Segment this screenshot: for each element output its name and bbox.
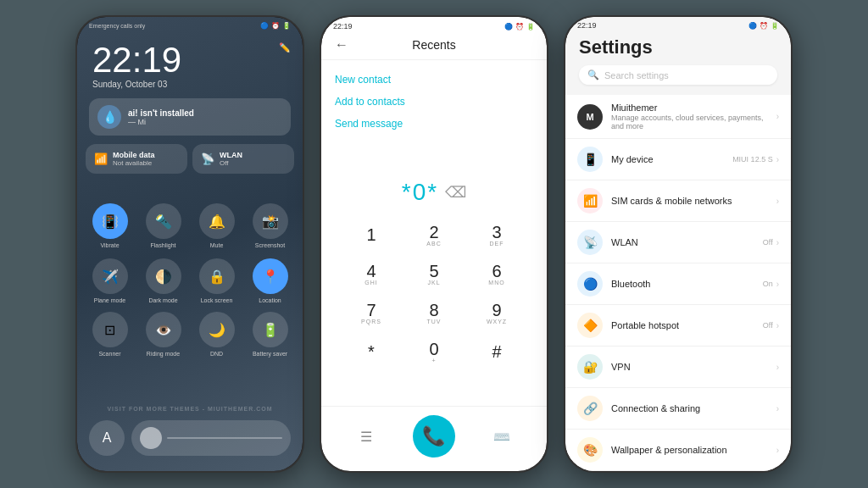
vpn-icon: 🔐 (577, 354, 603, 380)
key-2[interactable]: 2 ABC (403, 216, 465, 253)
brightness-handle (140, 427, 162, 449)
battery-icon: 🔋 (282, 22, 291, 30)
settings-item-bluetooth[interactable]: 🔵 Bluetooth On › (565, 263, 791, 305)
alarm-icon: ⏰ (271, 22, 280, 30)
wallpaper-chevron: › (776, 446, 779, 455)
settings-item-wallpaper[interactable]: 🎨 Wallpaper & personalization › (565, 430, 791, 471)
dialer-title: Recents (412, 38, 455, 52)
key-8[interactable]: 8 TUV (403, 294, 465, 331)
dialer-status-bar: 22:19 🔵 ⏰ 🔋 (321, 17, 547, 30)
dialer-battery: 🔋 (526, 23, 535, 30)
mute-btn[interactable]: 🔔 Mute (192, 203, 241, 248)
riding-btn[interactable]: 👁️ Riding mode (139, 312, 187, 357)
dialer-time: 22:19 (333, 22, 353, 30)
sim-icon: 📶 (577, 188, 603, 214)
lockscreen-date: Sunday, October 03 (92, 80, 167, 89)
key-star[interactable]: * (341, 333, 402, 370)
mobile-data-tile[interactable]: 📶 Mobile data Not available (86, 144, 187, 174)
mobile-data-icon: 📶 (94, 152, 108, 165)
key-1[interactable]: 1 (341, 216, 402, 253)
key-3[interactable]: 3 DEF (466, 216, 527, 253)
settings-item-wlan[interactable]: 📡 WLAN Off › (565, 222, 791, 263)
connection-chevron: › (776, 404, 779, 413)
wlan-right: Off › (763, 238, 779, 247)
settings-item-miuithemer[interactable]: M Miuithemer Manage accounts, cloud serv… (565, 95, 791, 139)
keypad: 1 2 ABC 3 DEF 4 GHI (341, 216, 527, 370)
settings-item-sim[interactable]: 📶 SIM cards & mobile networks › (565, 180, 791, 222)
settings-item-connection[interactable]: 🔗 Connection & sharing › (565, 388, 791, 430)
quick-actions-row3: ⊡ Scanner 👁️ Riding mode 🌙 DND 🔋 Battery… (86, 312, 294, 357)
quick-actions-row1: 📳 Vibrate 🔦 Flashlight 🔔 Mute 📸 Screensh… (86, 203, 294, 248)
phone-lockscreen: Emergency calls only 🔵 ⏰ 🔋 22:19 Sunday,… (75, 15, 304, 473)
mydevice-icon: 📱 (577, 147, 603, 172)
dnd-btn[interactable]: 🌙 DND (192, 312, 241, 357)
lockscreen-top-icons: ✏️ (279, 42, 291, 53)
dialer-status-icons: 🔵 ⏰ 🔋 (504, 22, 535, 30)
miuithemer-chevron: › (776, 112, 779, 121)
wlan-tile[interactable]: 📡 WLAN Off (192, 144, 294, 174)
screenshot-btn[interactable]: 📸 Screenshot (246, 203, 294, 248)
assistant-btn[interactable]: A (89, 420, 125, 456)
search-icon: 🔍 (587, 69, 599, 80)
call-button[interactable]: 📞 (413, 415, 455, 458)
dialer-header: ← Recents (321, 30, 547, 60)
vibrate-btn[interactable]: 📳 Vibrate (86, 203, 134, 248)
lockscreen-status-bar: Emergency calls only 🔵 ⏰ 🔋 (77, 22, 303, 30)
key-6[interactable]: 6 MNO (466, 255, 527, 292)
dialer-screen: 22:19 🔵 ⏰ 🔋 ← Recents New contact Add to… (321, 17, 547, 471)
settings-item-vpn[interactable]: 🔐 VPN › (565, 347, 791, 388)
mydevice-chevron: › (776, 155, 779, 164)
miuithemer-avatar: M (577, 104, 603, 130)
search-placeholder: Search settings (604, 70, 669, 80)
new-contact-btn[interactable]: New contact (335, 69, 533, 91)
key-hash[interactable]: # (466, 333, 527, 370)
settings-bt: 🔵 (748, 22, 757, 30)
battery-saver-icon: 🔋 (253, 312, 288, 347)
wallpaper-icon: 🎨 (577, 437, 603, 463)
dialpad-btn[interactable]: ⌨️ (487, 421, 517, 452)
wallpaper-content: Wallpaper & personalization (611, 445, 768, 455)
key-9[interactable]: 9 WXYZ (466, 294, 527, 331)
settings-header: Settings 🔍 Search settings (565, 30, 791, 90)
scanner-btn[interactable]: ⊡ Scanner (86, 312, 134, 357)
backspace-btn[interactable]: ⌫ (445, 183, 466, 202)
screenshot-icon: 📸 (253, 203, 288, 239)
connection-icon: 🔗 (577, 396, 603, 421)
location-icon: 📍 (253, 258, 288, 294)
wlan-text: WLAN Off (220, 151, 242, 167)
send-message-btn[interactable]: Send message (335, 113, 533, 135)
key-5[interactable]: 5 JKL (403, 255, 465, 292)
lockscreen-btn[interactable]: 🔒 Lock screen (192, 258, 241, 303)
settings-status-icons: 🔵 ⏰ 🔋 (748, 21, 779, 30)
darkmode-btn[interactable]: 🌗 Dark mode (139, 258, 187, 303)
lockscreen-bg: Emergency calls only 🔵 ⏰ 🔋 22:19 Sunday,… (77, 17, 303, 471)
battery-saver-btn[interactable]: 🔋 Battery saver (246, 312, 294, 357)
phone-settings: 22:19 🔵 ⏰ 🔋 Settings 🔍 Search settings (564, 15, 793, 473)
brightness-slider[interactable] (131, 420, 291, 456)
recents-actions: New contact Add to contacts Send message (321, 60, 547, 143)
key-7[interactable]: 7 PQRS (341, 294, 402, 331)
wlan-chevron: › (776, 238, 779, 247)
widget-icon: 💧 (97, 105, 121, 129)
darkmode-icon: 🌗 (146, 258, 181, 294)
hotspot-right: Off › (763, 321, 779, 330)
location-btn[interactable]: 📍 Location (246, 258, 294, 303)
dnd-icon: 🌙 (199, 312, 235, 347)
add-to-contacts-btn[interactable]: Add to contacts (335, 91, 533, 113)
key-4[interactable]: 4 GHI (341, 255, 402, 292)
settings-search-bar[interactable]: 🔍 Search settings (579, 65, 777, 85)
settings-item-hotspot[interactable]: 🔶 Portable hotspot Off › (565, 305, 791, 347)
settings-screen: 22:19 🔵 ⏰ 🔋 Settings 🔍 Search settings (565, 17, 791, 471)
dialpad-menu-btn[interactable]: ☰ (351, 421, 381, 452)
sim-content: SIM cards & mobile networks (611, 196, 768, 206)
key-0[interactable]: 0 + (403, 333, 465, 370)
dialer-number: *0* (402, 179, 438, 206)
back-button[interactable]: ← (335, 37, 348, 53)
quick-actions-row2: ✈️ Plane mode 🌗 Dark mode 🔒 Lock screen … (86, 258, 294, 303)
settings-battery: 🔋 (771, 22, 779, 30)
settings-title: Settings (579, 36, 777, 58)
settings-item-mydevice[interactable]: 📱 My device MIUI 12.5 S › (565, 139, 791, 180)
flashlight-btn[interactable]: 🔦 Flashlight (139, 203, 187, 248)
control-tiles: 📶 Mobile data Not available 📡 WLAN Off (86, 144, 294, 174)
plane-btn[interactable]: ✈️ Plane mode (86, 258, 134, 303)
